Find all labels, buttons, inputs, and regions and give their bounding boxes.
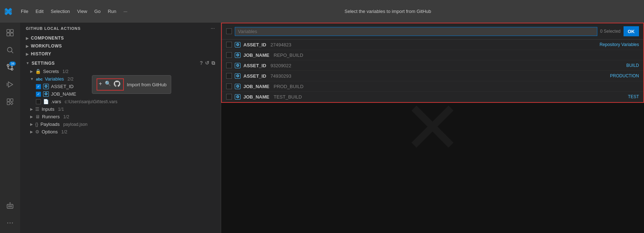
dialog-title-text: Select the variables to import from GitH… [345, 9, 431, 14]
item-checkbox-0[interactable] [226, 42, 232, 47]
dialog-item-5[interactable]: ⚙ JOB_NAME TEST_BUILD TEST [222, 92, 643, 102]
asset-id-label: ASSET_ID [51, 84, 74, 89]
vscode-logo [4, 8, 12, 15]
asset-id-checkbox[interactable]: ✓ [36, 84, 41, 89]
sidebar-item-history[interactable]: ▶ HISTORY [20, 50, 221, 58]
add-variable-icon[interactable]: + [98, 80, 103, 89]
dialog-item-0[interactable]: ⚙ ASSET_ID 27494823 Repository Variables [222, 40, 643, 50]
job-name-checkbox[interactable]: ✓ [36, 92, 41, 97]
item-icon-1: ⚙ [235, 52, 241, 58]
search-icon[interactable] [3, 43, 17, 57]
extensions-icon[interactable] [3, 95, 17, 109]
chevron-right-icon: ▶ [26, 44, 29, 48]
chevron-down-icon: ▼ [26, 61, 29, 65]
item-value-1: REPO_BUILD [274, 52, 303, 58]
expand-icon[interactable]: ⧉ [211, 60, 215, 66]
menu-more[interactable]: ··· [121, 7, 130, 15]
item-checkbox-2[interactable] [226, 63, 232, 68]
dialog-item-1[interactable]: ⚙ JOB_NAME REPO_BUILD [222, 50, 643, 60]
svg-point-17 [8, 206, 10, 207]
svg-point-20 [10, 202, 11, 203]
svg-point-23 [12, 223, 13, 224]
payloads-label: Payloads [41, 122, 60, 127]
main-layout: 38 [0, 23, 644, 233]
secrets-item[interactable]: ▶ 🔒 Secrets 1/2 [20, 68, 221, 75]
menu-run[interactable]: Run [105, 7, 119, 15]
item-icon-2: ⚙ [235, 63, 241, 68]
search-variable-icon[interactable]: 🔍 [104, 80, 112, 89]
chevron-right-icon: ▶ [30, 115, 33, 119]
inputs-count: 1/1 [58, 107, 64, 112]
help-icon[interactable]: ? [200, 60, 203, 66]
chevron-right-icon: ▶ [26, 52, 29, 56]
sidebar-item-components[interactable]: ▶ COMPONENTS [20, 34, 221, 42]
variables-item[interactable]: ▼ abc Variables 2/2 + 🔍 [20, 75, 221, 83]
dialog-select-all-checkbox[interactable] [226, 28, 232, 34]
item-value-4: PROD_BUILD [274, 84, 303, 89]
item-name-1: JOB_NAME [243, 52, 269, 58]
variables-search-input[interactable] [235, 27, 597, 36]
refresh-icon[interactable]: ↺ [205, 60, 209, 66]
settings-label: SETTINGS [32, 61, 55, 66]
explorer-icon[interactable] [3, 26, 17, 40]
robot-icon[interactable] [3, 198, 17, 213]
dialog-item-2[interactable]: ⚙ ASSET_ID 93209022 BUILD [222, 60, 643, 71]
source-control-icon[interactable]: 38 [3, 60, 17, 74]
dialog-search-row: 0 Selected OK [222, 23, 643, 40]
payloads-icon: {} [35, 122, 38, 127]
sidebar-more-icon[interactable]: ··· [211, 26, 215, 31]
item-name-3: ASSET_ID [243, 73, 266, 79]
options-icon: ⚙ [35, 129, 39, 134]
chevron-right-icon: ▶ [26, 36, 29, 40]
svg-rect-16 [7, 204, 13, 208]
var-icon: ⚙ [43, 91, 49, 97]
github-import-icon[interactable] [113, 80, 121, 89]
dialog-overlay: 0 Selected OK ⚙ ASSET_ID 27494823 Reposi… [221, 23, 644, 233]
tooltip-actions: + 🔍 [98, 80, 121, 89]
menu-edit[interactable]: Edit [33, 7, 46, 15]
menu-file[interactable]: File [18, 7, 31, 15]
menu-view[interactable]: View [74, 7, 90, 15]
variable-vars-file[interactable]: 📄 .vars c:\Users\sanju\Git\test\.vars [20, 98, 221, 105]
more-actions-icon[interactable] [3, 216, 17, 230]
sidebar-item-workflows[interactable]: ▶ WORKFLOWS [20, 42, 221, 50]
sidebar-section-settings: ▼ SETTINGS ? ↺ ⧉ ▶ 🔒 Secrets 1/2 ▼ abc V… [20, 58, 221, 136]
item-checkbox-1[interactable] [226, 52, 232, 58]
inputs-icon: ☰ [35, 106, 39, 112]
payloads-item[interactable]: ▶ {} Payloads payload.json [20, 120, 221, 128]
activity-bar-bottom [3, 198, 17, 230]
item-value-5: TEST_BUILD [274, 94, 302, 100]
item-name-0: ASSET_ID [243, 42, 266, 47]
settings-header[interactable]: ▼ SETTINGS ? ↺ ⧉ [20, 59, 221, 68]
svg-line-5 [11, 51, 13, 53]
item-tag-0: Repository Variables [599, 42, 639, 47]
variables-count: 2/2 [67, 77, 74, 82]
dialog-item-4[interactable]: ⚙ JOB_NAME PROD_BUILD [222, 81, 643, 92]
dialog-item-3[interactable]: ⚙ ASSET_ID 74930293 PRODUCTION [222, 71, 643, 81]
vars-checkbox[interactable] [36, 99, 41, 104]
svg-point-6 [7, 64, 9, 67]
sidebar-title: GITHUB LOCAL ACTIONS [26, 26, 81, 31]
sidebar-header-actions: ··· [211, 26, 215, 31]
svg-marker-11 [8, 82, 13, 87]
runners-item[interactable]: ▶ 🖥 Runners 1/2 [20, 113, 221, 120]
inputs-item[interactable]: ▶ ☰ Inputs 1/1 [20, 105, 221, 113]
item-checkbox-5[interactable] [226, 94, 232, 100]
chevron-right-icon: ▶ [30, 69, 33, 73]
svg-rect-15 [7, 102, 10, 105]
menu-selection[interactable]: Selection [48, 7, 73, 15]
options-item[interactable]: ▶ ⚙ Options 1/2 [20, 128, 221, 136]
chevron-right-icon: ▶ [30, 107, 33, 111]
sidebar: GITHUB LOCAL ACTIONS ··· ▶ COMPONENTS ▶ … [20, 23, 221, 233]
ok-button[interactable]: OK [624, 26, 639, 36]
item-checkbox-3[interactable] [226, 73, 232, 79]
chevron-down-icon: ▼ [30, 77, 34, 81]
runners-icon: 🖥 [35, 114, 40, 119]
tooltip-label-text: Import from GitHub [127, 82, 167, 87]
item-checkbox-4[interactable] [226, 83, 232, 89]
svg-rect-3 [10, 33, 13, 36]
menu-go[interactable]: Go [92, 7, 103, 15]
runners-count: 1/2 [63, 114, 69, 119]
item-value-0: 27494823 [271, 42, 291, 47]
run-debug-icon[interactable] [3, 77, 17, 92]
